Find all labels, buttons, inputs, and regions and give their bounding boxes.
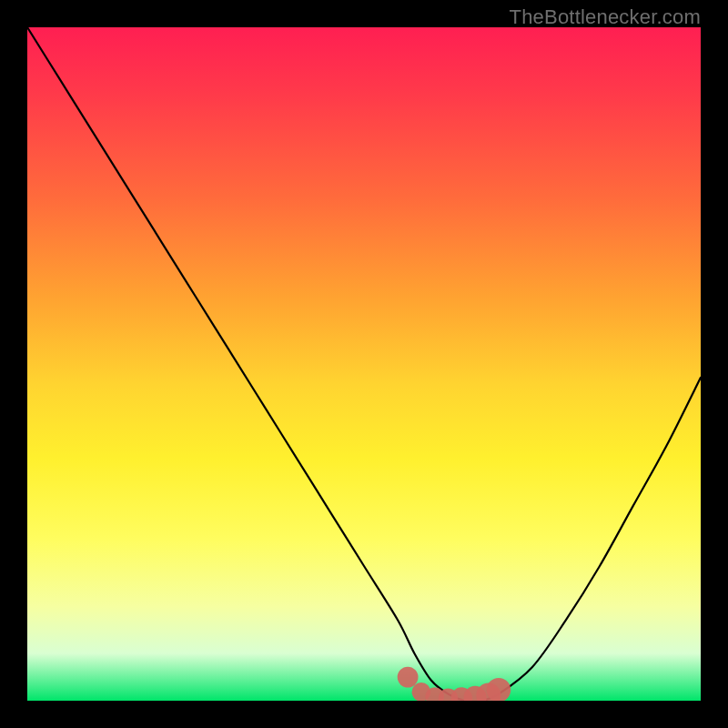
- chart-plot-area: [27, 27, 701, 701]
- chart-background-gradient: [27, 27, 701, 701]
- watermark-text: TheBottlenecker.com: [510, 5, 701, 29]
